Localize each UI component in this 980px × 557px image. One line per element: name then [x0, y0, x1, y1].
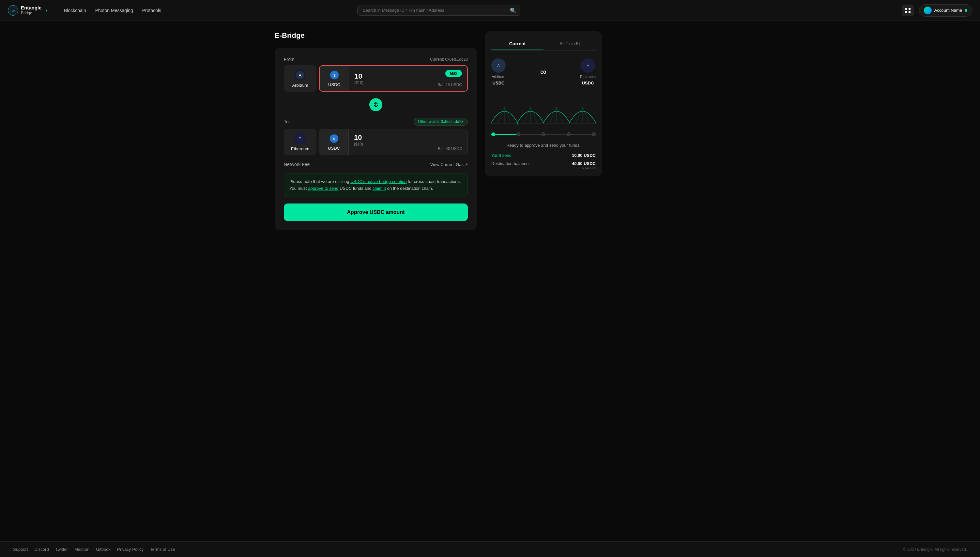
grid-icon[interactable] [902, 5, 914, 16]
claim-it-link[interactable]: claim it [373, 186, 386, 191]
logo-subtitle: Bridge [21, 11, 41, 15]
svg-text:A: A [497, 64, 500, 68]
svg-line-25 [556, 107, 563, 123]
from-chain-name: Arbitrum [292, 83, 308, 88]
tx-from-chain-label: Arbitrum [492, 75, 505, 78]
from-token-selector[interactable]: $ USDC [320, 66, 349, 91]
approve-button[interactable]: Approve USDC amount [284, 204, 468, 221]
logo-area[interactable]: ∞ Entangle Bridge ▾ [8, 5, 54, 16]
footer-twitter[interactable]: Twitter [55, 547, 68, 552]
bridge-svg [491, 93, 596, 126]
search-area: 🔍 [357, 5, 520, 16]
svg-line-22 [530, 107, 537, 123]
dest-balance-label: Destination balance: [491, 161, 530, 166]
prog-line-2 [520, 134, 541, 135]
tx-from-token: USDC [492, 81, 505, 85]
nav-item-blockchain[interactable]: Blockchain [64, 7, 86, 15]
tx-details: You'll send 10.00 USDC Destination balan… [491, 153, 596, 170]
svg-line-19 [504, 107, 511, 123]
footer-terms[interactable]: Terms of Use [150, 547, 175, 552]
prog-line-1 [495, 134, 517, 135]
svg-text:Ξ: Ξ [299, 137, 302, 141]
progress-row [491, 131, 596, 138]
from-section-header: From Current: 0x0ed...dd28 [284, 57, 468, 62]
svg-line-23 [550, 107, 556, 123]
svg-rect-2 [905, 11, 907, 13]
nav-item-photon[interactable]: Photon Messaging [95, 7, 133, 15]
network-fee-label: Network Fee [284, 162, 310, 167]
tx-tabs: Current All Txs (6) [491, 38, 596, 50]
header: ∞ Entangle Bridge ▾ Blockchain Photon Me… [0, 0, 980, 21]
page-title: E-Bridge [275, 31, 477, 40]
tx-detail-send: You'll send 10.00 USDC [491, 153, 596, 158]
tab-current[interactable]: Current [491, 38, 543, 50]
nav-item-protocols[interactable]: Protocols [142, 7, 161, 15]
svg-line-28 [583, 107, 589, 123]
from-balance: Bal: 28 USDC [437, 83, 462, 87]
account-avatar [924, 7, 932, 15]
svg-line-17 [498, 107, 504, 123]
status-text: Ready to approve and send your funds. [491, 143, 596, 148]
footer-gitbook[interactable]: Gitbook [96, 547, 111, 552]
usdc-bridge-link[interactable]: USDC's native bridge solution [351, 179, 406, 184]
footer-privacy[interactable]: Privacy Policy [117, 547, 143, 552]
logo-name: Entangle [21, 5, 41, 11]
from-label: From [284, 57, 295, 62]
network-fee-row: Network Fee View Current Gas ↗ [284, 162, 468, 167]
swap-button-row [284, 98, 468, 111]
to-token-name: USDC [328, 146, 340, 151]
from-amount-area: 10 ($10) Max Bal: 28 USDC [349, 66, 467, 91]
view-gas-link[interactable]: View Current Gas ↗ [430, 162, 468, 167]
to-label: To [284, 119, 289, 124]
prog-dot-3 [541, 132, 545, 136]
to-amount-value: 10 [354, 134, 462, 142]
approve-send-link[interactable]: approve to send [308, 186, 338, 191]
footer-copyright: © 2024 Entangle. All rights reserved. [903, 547, 967, 552]
you-send-value: 10.00 USDC [572, 153, 596, 158]
footer-medium[interactable]: Medium [74, 547, 90, 552]
logo-chevron-icon[interactable]: ▾ [46, 8, 47, 13]
prog-dot-1 [491, 132, 495, 136]
to-row: Ξ Ethereum $ [284, 129, 468, 155]
account-name: Account Name [934, 8, 962, 13]
right-panel: Current All Txs (6) A Arbitrum USDC ∞ [485, 31, 602, 176]
you-send-label: You'll send [491, 153, 512, 158]
footer-discord[interactable]: Discord [34, 547, 49, 552]
to-section: To Other wallet: 0x0ed...dd28 Ξ Ethereum [284, 118, 468, 155]
bridge-card: From Current: 0x0ed...dd28 A Arbitrum [275, 47, 477, 230]
tx-to-token: USDC [582, 81, 594, 85]
tx-to-chain: Ξ Ethereum USDC [580, 59, 596, 85]
search-input[interactable] [357, 5, 520, 16]
to-chain-selector[interactable]: Ξ Ethereum [284, 129, 316, 155]
prog-line-4 [571, 134, 592, 135]
tab-all-txs[interactable]: All Txs (6) [543, 38, 596, 50]
tx-from-chain: A Arbitrum USDC [491, 59, 505, 85]
prog-line-3 [545, 134, 567, 135]
svg-text:Ξ: Ξ [587, 63, 590, 68]
tx-detail-dest: Destination balance: 40.00 USDC ≈ $40.00 [491, 161, 596, 170]
tx-arbitrum-icon: A [491, 59, 505, 73]
svg-line-20 [524, 107, 530, 123]
footer-support[interactable]: Support [13, 547, 28, 552]
dest-balance-sub: ≈ $40.00 [582, 166, 596, 170]
account-status-dot [965, 9, 967, 12]
info-text-mid2: USDC funds and [339, 186, 373, 191]
from-token-icon: $ [329, 70, 339, 80]
info-box: Please note that we are utilizing USDC's… [284, 174, 468, 197]
search-icon[interactable]: 🔍 [510, 7, 517, 13]
svg-line-26 [576, 107, 583, 123]
to-amount-area: 10 ($10) Bal: 40 USDC [349, 129, 468, 155]
from-chain-selector[interactable]: A Arbitrum [284, 65, 316, 92]
main-nav: Blockchain Photon Messaging Protocols [64, 7, 161, 15]
account-button[interactable]: Account Name [919, 4, 972, 16]
max-button[interactable]: Max [445, 70, 462, 77]
to-section-header: To Other wallet: 0x0ed...dd28 [284, 118, 468, 125]
to-token-selector[interactable]: $ USDC [320, 129, 349, 155]
arbitrum-chain-icon: A [294, 69, 306, 81]
prog-dot-4 [567, 132, 571, 136]
info-text-end: on the destination chain. [386, 186, 433, 191]
prog-dot-5 [592, 132, 596, 136]
to-token-icon: $ [329, 134, 339, 144]
to-chain-name: Ethereum [291, 147, 309, 151]
swap-button[interactable] [369, 98, 382, 111]
